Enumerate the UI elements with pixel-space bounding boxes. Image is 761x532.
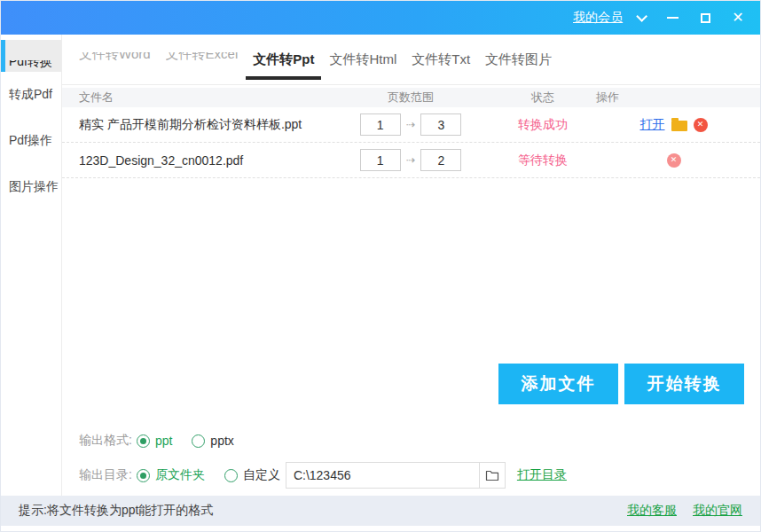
main-area: Pdf转换 转成Pdf Pdf操作 图片操作 文件转Word 文件转Excel … (1, 35, 760, 496)
website-link[interactable]: 我的官网 (693, 503, 742, 519)
header-page-range: 页数范围 (332, 90, 490, 106)
sidebar-item-pdf-convert[interactable]: Pdf转换 (1, 40, 61, 72)
radio-custom-folder[interactable] (224, 469, 238, 482)
maximize-button[interactable] (695, 8, 715, 27)
tab-excel[interactable]: 文件转Excel (166, 51, 239, 68)
open-directory-link[interactable]: 打开目录 (517, 467, 567, 483)
close-button[interactable]: ✕ (728, 8, 748, 27)
output-format-row: 输出格式: ppt pptx (62, 427, 760, 454)
actions-cell: 打开 ✕ (596, 117, 760, 133)
actions-cell: ✕ (596, 153, 760, 168)
minimize-button[interactable] (663, 8, 682, 27)
header-status: 状态 (490, 90, 596, 106)
tab-image[interactable]: 文件转图片 (485, 51, 552, 68)
sidebar-item-to-pdf[interactable]: 转成Pdf (1, 72, 61, 118)
sidebar-item-label: Pdf操作 (9, 133, 52, 149)
header-filename: 文件名 (62, 90, 332, 106)
sidebar-item-image-ops[interactable]: 图片操作 (1, 164, 61, 210)
header-actions: 操作 (596, 90, 760, 106)
sidebar-item-label-clip: Pdf转换 (9, 60, 52, 70)
table-row: 123D_Design_32_cn0012.pdf ⇢ 等待转换 ✕ (62, 143, 760, 178)
tab-ppt[interactable]: 文件转Ppt (253, 51, 314, 68)
remove-file-icon[interactable]: ✕ (694, 118, 708, 132)
content-column: 文件转Word 文件转Excel 文件转Ppt 文件转Html 文件转Txt 文… (62, 35, 760, 496)
tab-html[interactable]: 文件转Html (329, 51, 396, 68)
open-folder-icon[interactable] (671, 121, 687, 131)
page-range-arrow-icon: ⇢ (406, 118, 416, 131)
output-format-label: 输出格式: (79, 433, 132, 449)
file-name: 123D_Design_32_cn0012.pdf (62, 153, 332, 168)
sidebar: Pdf转换 转成Pdf Pdf操作 图片操作 (1, 35, 62, 496)
page-range-cell: ⇢ (332, 113, 490, 136)
support-link[interactable]: 我的客服 (627, 503, 677, 519)
status-bar: 提示:将文件转换为ppt能打开的格式 我的客服 我的官网 (1, 496, 760, 526)
sidebar-item-label: 图片操作 (9, 179, 59, 195)
action-buttons: 添加文件 开始转换 (62, 364, 760, 404)
file-name: 精实 产品开模前期分析检讨资料样板.ppt (62, 117, 332, 133)
page-to-input[interactable] (420, 149, 461, 171)
radio-pptx-label[interactable]: pptx (210, 434, 233, 448)
radio-custom-folder-label[interactable]: 自定义 (243, 467, 280, 483)
my-membership-link[interactable]: 我的会员 (573, 10, 623, 26)
radio-ppt[interactable] (137, 434, 150, 448)
page-from-input[interactable] (360, 149, 401, 171)
tab-txt[interactable]: 文件转Txt (412, 51, 470, 68)
empty-area (62, 178, 760, 364)
tab-bar: 文件转Word 文件转Excel 文件转Ppt 文件转Html 文件转Txt 文… (62, 35, 760, 85)
radio-source-folder-label[interactable]: 原文件夹 (155, 467, 205, 483)
app-window: 我的会员 ✕ Pdf转换 转成Pdf Pdf操作 图片操作 文件转Word 文件… (0, 0, 761, 532)
status-tip: 提示:将文件转换为ppt能打开的格式 (19, 503, 213, 519)
tab-word[interactable]: 文件转Word (79, 51, 151, 68)
maximize-icon (701, 13, 710, 23)
page-range-arrow-icon: ⇢ (406, 153, 416, 167)
page-from-input[interactable] (360, 113, 401, 136)
output-directory-row: 输出目录: 原文件夹 自定义 打开目录 (62, 461, 760, 489)
status-badge: 等待转换 (518, 153, 568, 167)
title-bar: 我的会员 ✕ (1, 1, 760, 35)
sidebar-item-label: 转成Pdf (9, 87, 52, 103)
start-convert-button[interactable]: 开始转换 (624, 364, 744, 404)
add-files-button[interactable]: 添加文件 (498, 364, 618, 404)
folder-outline-icon (485, 469, 499, 481)
page-to-input[interactable] (420, 113, 461, 136)
table-row: 精实 产品开模前期分析检讨资料样板.ppt ⇢ 转换成功 打开 ✕ (62, 107, 760, 143)
open-file-link[interactable]: 打开 (640, 117, 665, 133)
page-range-cell: ⇢ (332, 149, 490, 171)
table-header: 文件名 页数范围 状态 操作 (62, 88, 760, 107)
remove-file-icon[interactable]: ✕ (667, 153, 681, 168)
browse-folder-button[interactable] (480, 462, 506, 489)
sidebar-item-pdf-ops[interactable]: Pdf操作 (1, 118, 61, 164)
output-path-input[interactable] (286, 462, 480, 489)
status-badge: 转换成功 (518, 117, 568, 131)
radio-source-folder[interactable] (137, 469, 150, 482)
minimize-icon (667, 17, 679, 19)
output-directory-label: 输出目录: (79, 467, 132, 483)
radio-pptx[interactable] (192, 434, 205, 448)
chevron-down-icon[interactable] (636, 11, 647, 22)
close-icon: ✕ (732, 11, 743, 25)
radio-ppt-label[interactable]: ppt (155, 434, 172, 448)
